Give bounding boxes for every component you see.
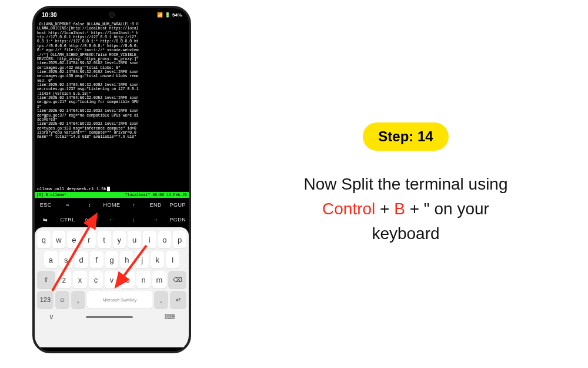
key-b[interactable]: b bbox=[121, 271, 135, 289]
key-menu[interactable]: ≡ bbox=[56, 202, 78, 208]
instruction-text: Now Split the terminal using Control + B… bbox=[303, 172, 507, 246]
key-i[interactable]: i bbox=[143, 231, 156, 248]
key-backspace[interactable]: ⌫ bbox=[168, 271, 186, 289]
key-w[interactable]: w bbox=[52, 231, 66, 248]
key-space[interactable]: Microsoft SwiftKey bbox=[87, 291, 152, 309]
key-end[interactable]: END bbox=[145, 202, 166, 208]
key-q[interactable]: q bbox=[37, 231, 51, 248]
terminal-command: ollama pull deepseek-r1:1.5b bbox=[37, 187, 106, 191]
key-period[interactable]: . bbox=[154, 291, 168, 309]
key-up[interactable]: ↑ bbox=[123, 202, 145, 208]
key-shift[interactable]: ⇧ bbox=[37, 271, 55, 289]
key-esc[interactable]: ESC bbox=[35, 202, 56, 208]
terminal-input-line[interactable]: ollama pull deepseek-r1:1.5b bbox=[35, 186, 189, 192]
key-x[interactable]: x bbox=[73, 271, 87, 289]
key-123[interactable]: 123 bbox=[37, 291, 54, 309]
status-time: 10:30 bbox=[42, 12, 57, 18]
key-home[interactable]: HOME bbox=[101, 202, 122, 208]
fn-row-1: ESC ≡ ↕ HOME ↑ END PGUP bbox=[35, 198, 189, 212]
phone-frame: 10:30 📶 🔋 54% OLLAMA_NOPRUNE:false OLLAM… bbox=[32, 6, 191, 353]
key-pgdn[interactable]: PGDN bbox=[167, 217, 189, 223]
nav-keyboard-icon[interactable]: ⌨ bbox=[165, 313, 175, 321]
status-icons: 📶 🔋 54% bbox=[157, 12, 182, 18]
key-j[interactable]: j bbox=[135, 251, 149, 268]
key-comma[interactable]: , bbox=[71, 291, 85, 309]
home-indicator[interactable] bbox=[86, 316, 133, 318]
key-row-2: asdfghjkl bbox=[37, 251, 186, 268]
terminal-output[interactable]: OLLAMA_NOPRUNE:false OLLAMA_NUM_PARALLEL… bbox=[35, 21, 189, 186]
tmux-left: [0] 0:ollama* bbox=[36, 193, 66, 197]
key-row-4: 123☺,Microsoft SwiftKey.↵ bbox=[37, 291, 186, 309]
plus-2: + " on your bbox=[410, 200, 489, 218]
key-u[interactable]: u bbox=[128, 231, 141, 248]
key-alt[interactable]: ALT bbox=[79, 217, 101, 223]
key-d[interactable]: d bbox=[75, 251, 88, 268]
key-down[interactable]: ↓ bbox=[123, 217, 145, 223]
plus-1: + bbox=[380, 200, 394, 218]
step-badge-prefix: Step: bbox=[378, 128, 417, 144]
key-a[interactable]: a bbox=[44, 251, 58, 268]
key-ctrl[interactable]: CTRL bbox=[56, 217, 78, 223]
camera-punchhole bbox=[109, 12, 115, 18]
hotkey-control: Control bbox=[322, 200, 375, 218]
signal-icon: 📶 bbox=[157, 12, 163, 18]
step-badge-number: 14 bbox=[417, 128, 433, 144]
key-e[interactable]: e bbox=[67, 231, 81, 248]
tmux-status-bar: [0] 0:ollama* "localhost" 05:00 14-Feb-2… bbox=[35, 192, 189, 198]
key-row-3: ⇧zxcvbnm⌫ bbox=[37, 271, 186, 289]
key-l[interactable]: l bbox=[166, 251, 179, 268]
key-enter[interactable]: ↵ bbox=[170, 291, 186, 309]
nav-back-icon[interactable]: ∨ bbox=[49, 313, 54, 321]
key-g[interactable]: g bbox=[105, 251, 119, 268]
key-m[interactable]: m bbox=[152, 271, 166, 289]
key-o[interactable]: o bbox=[158, 231, 172, 248]
soft-keyboard: qwertyuiop asdfghjkl ⇧zxcvbnm⌫ 123☺,Micr… bbox=[35, 227, 189, 347]
key-t[interactable]: t bbox=[98, 231, 111, 248]
key-emoji[interactable]: ☺ bbox=[55, 291, 69, 309]
instruction-line-1: Now Split the terminal using bbox=[303, 175, 507, 193]
key-row-1: qwertyuiop bbox=[37, 231, 186, 248]
key-y[interactable]: y bbox=[113, 231, 126, 248]
battery-text: 54% bbox=[172, 12, 182, 18]
key-pgup[interactable]: PGUP bbox=[167, 202, 189, 208]
key-p[interactable]: p bbox=[173, 231, 186, 248]
tmux-right: "localhost" 05:00 14-Feb-25 bbox=[125, 193, 187, 197]
key-s[interactable]: s bbox=[59, 251, 73, 268]
key-right[interactable]: → bbox=[145, 217, 166, 223]
fn-row-2: ⇆ CTRL ALT ← ↓ → PGDN bbox=[35, 212, 189, 227]
key-f[interactable]: f bbox=[90, 251, 103, 268]
key-n[interactable]: n bbox=[136, 271, 151, 289]
key-r[interactable]: r bbox=[82, 231, 96, 248]
android-nav-bar: ∨ ⌨ bbox=[37, 311, 186, 323]
key-h[interactable]: h bbox=[120, 251, 133, 268]
key-k[interactable]: k bbox=[151, 251, 164, 268]
key-tab[interactable]: ⇆ bbox=[35, 217, 56, 223]
battery-icon: 🔋 bbox=[165, 12, 171, 18]
key-updown[interactable]: ↕ bbox=[79, 202, 101, 208]
terminal-cursor bbox=[107, 187, 110, 191]
key-v[interactable]: v bbox=[105, 271, 119, 289]
hotkey-b: B bbox=[394, 200, 405, 218]
instruction-line-3: keyboard bbox=[372, 224, 439, 243]
key-z[interactable]: z bbox=[57, 271, 71, 289]
step-badge: Step: 14 bbox=[363, 122, 448, 151]
key-left[interactable]: ← bbox=[101, 217, 122, 223]
key-c[interactable]: c bbox=[89, 271, 103, 289]
